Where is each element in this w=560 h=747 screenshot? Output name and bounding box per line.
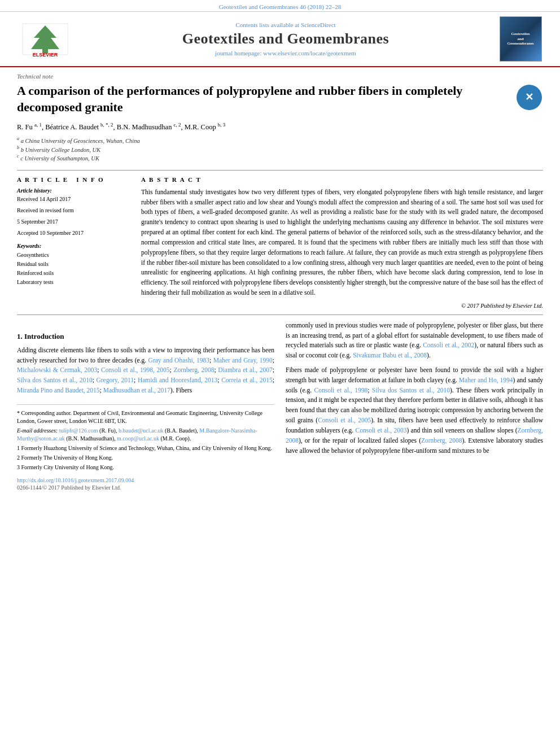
- citation-text: Geotextiles and Geomembranes 46 (2018) 2…: [219, 3, 342, 10]
- affiliation-b: b b University College London, UK: [17, 145, 543, 153]
- footnote-corresponding: * Corresponding author. Department of Ci…: [17, 409, 274, 425]
- copyright-line: © 2017 Published by Elsevier Ltd.: [141, 303, 543, 309]
- authors-line: R. Fu a, 1, Béatrice A. Baudet b, *, 2, …: [17, 122, 543, 132]
- article-title: A comparison of the performances of poly…: [17, 83, 506, 115]
- ref-consoli1998b[interactable]: Consoli et al., 1998: [314, 387, 368, 394]
- keyword-4: Laboratory tests: [17, 278, 130, 287]
- divider-2: [17, 314, 543, 315]
- intro-heading: 1. Introduction: [17, 332, 274, 341]
- footnote-2: 2 Formerly The University of Hong Kong.: [17, 454, 274, 462]
- journal-cover-image: GeotextilesandGeomembranes: [500, 16, 542, 62]
- email-fu[interactable]: tulipfr@126.com: [59, 427, 98, 434]
- intro-right-col: commonly used in previous studies were m…: [286, 321, 543, 491]
- doi-link[interactable]: http://dx.doi.org/10.1016/j.geotexmem.20…: [17, 477, 134, 483]
- abstract-column: A B S T R A C T This fundamental study i…: [141, 176, 543, 309]
- journal-title: Geotextiles and Geomembranes: [182, 30, 389, 47]
- article-type: Technical note: [17, 73, 543, 80]
- issn-line: 0266-1144/© 2017 Published by Elsevier L…: [17, 484, 274, 491]
- ref-consoli1998[interactable]: Consoli et al., 1998, 2005: [101, 366, 170, 373]
- journal-homepage-line: journal homepage: www.elsevier.com/locat…: [215, 50, 356, 56]
- intro-left-col: 1. Introduction Adding discrete elements…: [17, 321, 274, 491]
- affiliation-a: a a China University of Geosciences, Wuh…: [17, 136, 543, 144]
- page: Geotextiles and Geomembranes 46 (2018) 2…: [0, 0, 560, 502]
- ref-michalowski2003[interactable]: Michalowski & Cermak, 2003: [17, 366, 97, 373]
- footnote-emails: E-mail addresses: tulipfr@126.com (R. Fu…: [17, 427, 274, 443]
- email-baudet[interactable]: b.baudet@ucl.ac.uk: [119, 427, 163, 434]
- abstract-text: This fundamental study investigates how …: [141, 187, 543, 298]
- ref-hamidi2013[interactable]: Hamidi and Hooresfand, 2013: [138, 377, 217, 383]
- elsevier-logo-container: ELSEVIER: [11, 16, 79, 62]
- keywords-block: Keywords: Geosynthetics Residual soils R…: [17, 243, 130, 287]
- cover-title: GeotextilesandGeomembranes: [507, 32, 533, 46]
- received-revised-label: Received in revised form: [17, 207, 130, 215]
- homepage-url[interactable]: www.elsevier.com/locate/geotexmem: [263, 50, 356, 56]
- affiliation-c: c c University of Southampton, UK: [17, 154, 543, 161]
- affiliations: a a China University of Geosciences, Wuh…: [17, 136, 543, 161]
- footnote-1: 1 Formerly Huazhong University of Scienc…: [17, 444, 274, 452]
- science-direct-link-text[interactable]: ScienceDirect: [301, 21, 336, 28]
- keyword-1: Geosynthetics: [17, 251, 130, 260]
- introduction-columns: 1. Introduction Adding discrete elements…: [17, 321, 543, 491]
- ref-zornberg2008c[interactable]: Zornberg, 2008: [421, 437, 462, 444]
- journal-header: ELSEVIER Contents lists available at Sci…: [0, 12, 560, 67]
- received-date: Received 14 April 2017: [17, 195, 130, 203]
- article-info-column: A R T I C L E I N F O Article history: R…: [17, 176, 130, 309]
- elsevier-logo: ELSEVIER: [20, 21, 71, 58]
- ref-miranda2015[interactable]: Miranda Pino and Baudet, 2015: [17, 387, 100, 394]
- svg-text:ELSEVIER: ELSEVIER: [33, 52, 58, 58]
- ref-silva2010[interactable]: Silva dos Santos et al., 2010: [17, 377, 93, 383]
- journal-info-center: Contents lists available at ScienceDirec…: [79, 16, 492, 62]
- article-title-block: A comparison of the performances of poly…: [17, 83, 543, 115]
- accepted-date: Accepted 10 September 2017: [17, 229, 130, 237]
- ref-silva2010b[interactable]: Silva dos Santos et al., 2010: [372, 387, 450, 394]
- revised-date: 5 September 2017: [17, 218, 130, 226]
- ref-correia2015[interactable]: Correia et al., 2015: [221, 377, 273, 383]
- footnote-3: 3 Formerly City University of Hong Kong.: [17, 464, 274, 471]
- keyword-2: Residual soils: [17, 260, 130, 269]
- ref-gray1983[interactable]: Gray and Ohashi, 1983: [148, 357, 209, 364]
- ref-consoli2002[interactable]: Consoli et al., 2002: [423, 342, 474, 348]
- email-coop[interactable]: m.coop@ucl.ac.uk: [117, 435, 159, 442]
- svg-marker-1: [31, 25, 59, 49]
- ref-maher1994[interactable]: Maher and Ho, 1994: [459, 377, 513, 383]
- ref-zornberg2008[interactable]: Zornberg, 2008: [173, 366, 214, 373]
- keywords-label: Keywords:: [17, 243, 130, 249]
- ref-zornberg2008b[interactable]: Zornberg, 2008: [286, 427, 543, 444]
- footnotes: * Corresponding author. Department of Ci…: [17, 404, 274, 471]
- homepage-label: journal homepage:: [215, 50, 261, 56]
- keywords-list: Geosynthetics Residual soils Reinforced …: [17, 251, 130, 287]
- doi-line: http://dx.doi.org/10.1016/j.geotexmem.20…: [17, 477, 274, 483]
- ref-gregory2011[interactable]: Gregory, 2011: [96, 377, 134, 383]
- article-container: Technical note A comparison of the perfo…: [0, 67, 560, 502]
- abstract-heading: A B S T R A C T: [141, 176, 543, 183]
- crossmark-container[interactable]: ✕: [515, 83, 543, 111]
- divider-1: [17, 170, 543, 171]
- intro-para1: Adding discrete elements like fibers to …: [17, 346, 274, 396]
- journal-cover-container: GeotextilesandGeomembranes: [492, 16, 549, 62]
- ref-madhusudhan2017[interactable]: Madhusudhan et al., 2017: [103, 387, 170, 394]
- science-direct-line: Contents lists available at ScienceDirec…: [235, 21, 335, 28]
- history-label: Article history:: [17, 187, 130, 194]
- journal-citation: Geotextiles and Geomembranes 46 (2018) 2…: [0, 0, 560, 12]
- ref-maher1990[interactable]: Maher and Gray, 1990: [213, 357, 273, 364]
- info-abstract-columns: A R T I C L E I N F O Article history: R…: [17, 176, 543, 309]
- ref-diambra2007[interactable]: Diambra et al., 2007: [218, 366, 272, 373]
- contents-label: Contents lists available at: [235, 21, 299, 28]
- ref-consoli2005[interactable]: Consoli et al., 2005: [318, 417, 371, 423]
- intro-right-text: commonly used in previous studies were m…: [286, 321, 543, 456]
- crossmark-icon: ✕: [517, 85, 542, 110]
- ref-consoli2003[interactable]: Consoli et al., 2003: [356, 427, 407, 434]
- ref-sivakumar2008[interactable]: Sivakumar Babu et al., 2008: [353, 352, 427, 359]
- keyword-3: Reinforced soils: [17, 269, 130, 278]
- article-info-heading: A R T I C L E I N F O: [17, 176, 130, 183]
